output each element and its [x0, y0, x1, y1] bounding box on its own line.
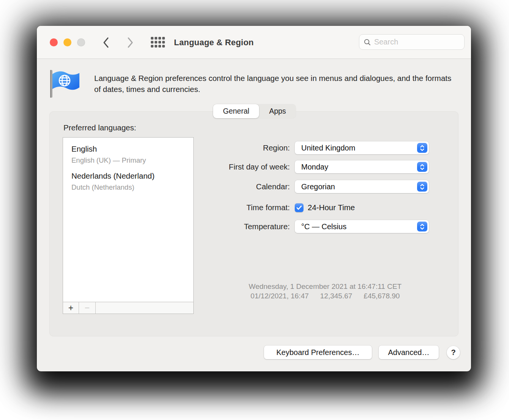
- search-field: [359, 34, 465, 50]
- region-label: Region:: [50, 141, 290, 154]
- preview-short-date: 01/12/2021, 16:47: [251, 291, 309, 301]
- first-day-label: First day of week:: [50, 160, 290, 173]
- 24-hour-time-label: 24-Hour Time: [308, 203, 355, 212]
- calendar-value: Gregorian: [301, 182, 335, 191]
- window-title: Language & Region: [174, 37, 254, 48]
- remove-language-button[interactable]: −: [79, 302, 96, 314]
- 24-hour-time-checkbox[interactable]: [295, 203, 304, 212]
- minimize-button[interactable]: [63, 38, 71, 46]
- zoom-button[interactable]: [77, 38, 85, 46]
- grid-icon: [151, 37, 165, 48]
- traffic-lights: [50, 38, 85, 46]
- preview-examples: 01/12/2021, 16:47 12,345.67 £45,678.90: [240, 291, 411, 301]
- first-day-value: Monday: [301, 163, 328, 171]
- language-region-flag-icon: [49, 69, 81, 98]
- format-preview: Wednesday, 1 December 2021 at 16:47:11 C…: [240, 282, 411, 301]
- tab-group: General Apps: [213, 104, 296, 118]
- calendar-popup-button[interactable]: Gregorian: [295, 180, 429, 193]
- temperature-label: Temperature:: [50, 220, 290, 233]
- forward-button[interactable]: [126, 37, 135, 48]
- preview-full-date: Wednesday, 1 December 2021 at 16:47:11 C…: [240, 282, 411, 291]
- close-button[interactable]: [50, 38, 58, 46]
- region-popup-button[interactable]: United Kingdom: [295, 141, 429, 154]
- titlebar: Language & Region: [37, 26, 471, 59]
- stepper-icon: [417, 162, 427, 172]
- search-icon: [364, 38, 371, 46]
- calendar-label: Calendar:: [50, 180, 290, 193]
- advanced-button[interactable]: Advanced…: [379, 346, 439, 359]
- preview-number: 12,345.67: [320, 291, 353, 301]
- time-format-label: Time format:: [50, 202, 290, 213]
- first-day-popup-button[interactable]: Monday: [295, 160, 429, 173]
- keyboard-preferences-button[interactable]: Keyboard Preferences…: [264, 346, 372, 359]
- screenshot-stage: Language & Region: [0, 0, 509, 420]
- preview-currency: £45,678.90: [364, 291, 400, 301]
- preferences-description: Language & Region preferences control th…: [94, 73, 457, 95]
- add-language-button[interactable]: +: [63, 302, 79, 314]
- tab-apps[interactable]: Apps: [259, 104, 296, 118]
- preferred-languages-heading: Preferred languages:: [63, 123, 136, 132]
- temperature-popup-button[interactable]: °C — Celsius: [295, 220, 429, 233]
- region-value: United Kingdom: [301, 144, 355, 152]
- temperature-value: °C — Celsius: [301, 222, 346, 231]
- checkmark-icon: [296, 205, 302, 210]
- stepper-icon: [417, 222, 427, 231]
- time-format-row: 24-Hour Time: [295, 203, 355, 212]
- show-all-preferences-button[interactable]: [151, 37, 165, 48]
- search-input[interactable]: [374, 38, 460, 46]
- back-button[interactable]: [101, 37, 111, 48]
- chevron-left-icon: [102, 37, 110, 48]
- help-button[interactable]: ?: [447, 346, 460, 359]
- language-region-window: Language & Region: [37, 26, 471, 371]
- general-tab-panel: Preferred languages: English English (UK…: [49, 111, 458, 336]
- stepper-icon: [417, 182, 427, 192]
- list-control-bar: + −: [63, 302, 193, 314]
- stepper-icon: [417, 143, 427, 153]
- chevron-right-icon: [126, 37, 134, 48]
- tab-general[interactable]: General: [213, 104, 259, 118]
- list-control-filler: [96, 302, 193, 314]
